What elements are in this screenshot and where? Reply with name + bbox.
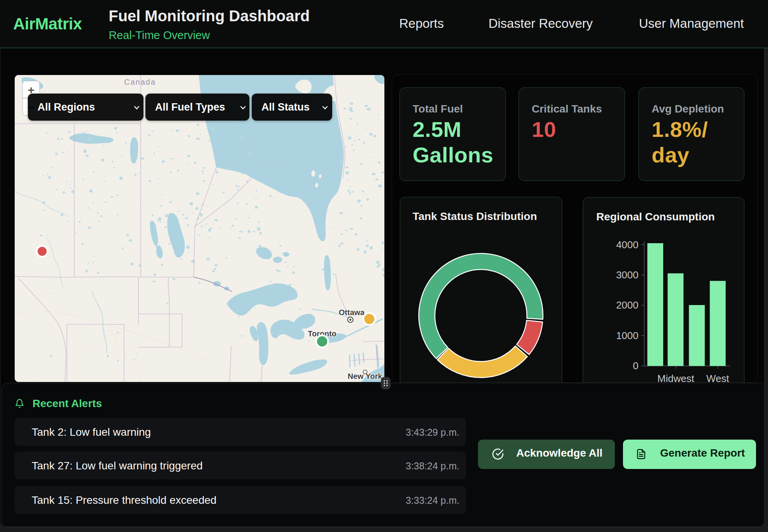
svg-text:Midwest: Midwest xyxy=(657,373,695,383)
svg-text:4000: 4000 xyxy=(616,239,638,251)
svg-text:1000: 1000 xyxy=(616,330,638,341)
svg-text:West: West xyxy=(707,373,730,383)
svg-text:Canada: Canada xyxy=(124,78,156,86)
svg-text:3000: 3000 xyxy=(616,269,638,281)
svg-text:0: 0 xyxy=(633,360,638,372)
svg-text:2000: 2000 xyxy=(616,299,638,311)
svg-text:Ottawa: Ottawa xyxy=(339,308,365,317)
